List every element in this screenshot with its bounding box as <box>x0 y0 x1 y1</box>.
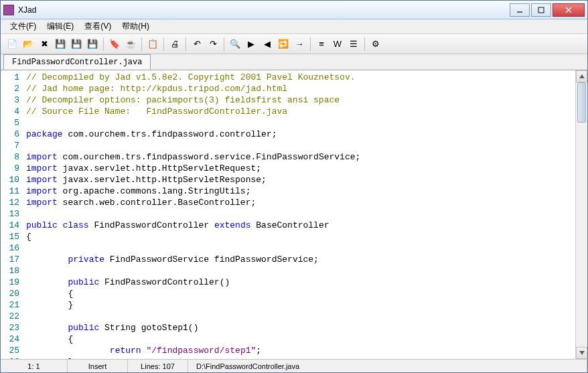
toolbar: 📄📂✖💾💾💾🔖☕📋🖨↶↷🔍▶◀🔁→≡W☰⚙ <box>1 34 587 54</box>
scroll-down-button[interactable] <box>576 347 587 359</box>
save-icon[interactable]: 💾 <box>53 37 68 52</box>
status-position: 1: 1 <box>1 360 68 372</box>
options-icon[interactable]: ⚙ <box>368 37 383 52</box>
vertical-scrollbar[interactable] <box>575 70 587 359</box>
goto-icon[interactable]: → <box>292 37 307 52</box>
app-window: XJad 文件(F)编辑(E)查看(V)帮助(H) 📄📂✖💾💾💾🔖☕📋🖨↶↷🔍▶… <box>0 0 588 373</box>
new-file-icon[interactable]: 📄 <box>5 37 19 52</box>
svg-marker-5 <box>579 351 585 355</box>
status-mode: Insert <box>68 360 128 372</box>
app-icon <box>3 5 14 15</box>
toolbar-separator <box>310 38 311 51</box>
redo-icon[interactable]: ↷ <box>206 37 220 52</box>
svg-marker-4 <box>579 74 585 78</box>
status-lines: Lines: 107 <box>128 360 188 372</box>
statusbar: 1: 1 Insert Lines: 107 D:\FindPasswordCo… <box>1 359 587 372</box>
open-folder-icon[interactable]: 📂 <box>21 37 35 52</box>
menu-0[interactable]: 文件(F) <box>5 19 42 33</box>
titlebar[interactable]: XJad <box>1 1 587 19</box>
close-button[interactable] <box>553 3 585 17</box>
window-buttons <box>508 3 585 17</box>
title-text: XJad <box>18 5 508 15</box>
find-prev-icon[interactable]: ◀ <box>260 37 275 52</box>
toolbar-separator <box>186 38 186 51</box>
list-icon[interactable]: ☰ <box>346 37 361 52</box>
scroll-up-button[interactable] <box>576 70 587 82</box>
print-icon[interactable]: 🖨 <box>167 37 182 52</box>
menu-3[interactable]: 帮助(H) <box>117 19 155 33</box>
status-path: D:\FindPasswordController.java <box>188 360 587 372</box>
toolbar-separator <box>163 38 164 51</box>
editor-pane: 1234567891011121314151617181920212223242… <box>1 70 587 359</box>
toolbar-separator <box>103 38 104 51</box>
toolbar-separator <box>141 38 142 51</box>
maximize-button[interactable] <box>531 3 551 17</box>
menubar: 文件(F)编辑(E)查看(V)帮助(H) <box>1 19 587 34</box>
tab-bar: FindPasswordController.java <box>1 54 587 70</box>
svg-rect-1 <box>538 7 544 13</box>
save-all-icon[interactable]: 💾 <box>69 37 84 52</box>
save-as-icon[interactable]: 💾 <box>85 37 100 52</box>
java-icon[interactable]: ☕ <box>123 37 138 52</box>
find-icon[interactable]: 🔍 <box>228 37 242 52</box>
editor[interactable]: 1234567891011121314151617181920212223242… <box>1 70 575 359</box>
minimize-button[interactable] <box>510 3 530 17</box>
copy-icon[interactable]: 📋 <box>145 37 160 52</box>
replace-icon[interactable]: 🔁 <box>276 37 291 52</box>
indent-icon[interactable]: ≡ <box>314 37 329 52</box>
delete-icon[interactable]: ✖ <box>37 37 52 52</box>
menu-2[interactable]: 查看(V) <box>79 19 117 33</box>
toolbar-separator <box>364 38 365 51</box>
line-gutter: 1234567891011121314151617181920212223242… <box>1 70 23 359</box>
toolbar-separator <box>224 38 224 51</box>
menu-1[interactable]: 编辑(E) <box>42 19 79 33</box>
wrap-icon[interactable]: W <box>330 37 345 52</box>
tag-icon[interactable]: 🔖 <box>107 37 122 52</box>
code-area[interactable]: // Decompiled by Jad v1.5.8e2. Copyright… <box>23 70 575 359</box>
tab-file[interactable]: FindPasswordController.java <box>3 54 151 70</box>
find-next-icon[interactable]: ▶ <box>244 37 259 52</box>
scroll-thumb[interactable] <box>577 82 586 123</box>
undo-icon[interactable]: ↶ <box>190 37 204 52</box>
